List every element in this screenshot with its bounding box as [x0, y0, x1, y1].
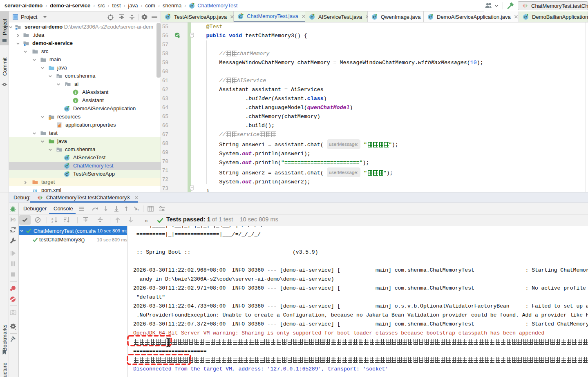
svg-text:z: z: [51, 220, 53, 223]
svg-text:I: I: [75, 99, 76, 103]
svg-text:T: T: [137, 209, 139, 212]
svg-text:m: m: [33, 187, 38, 192]
svg-text:9: 9: [13, 217, 16, 222]
svg-text:I: I: [75, 91, 76, 95]
